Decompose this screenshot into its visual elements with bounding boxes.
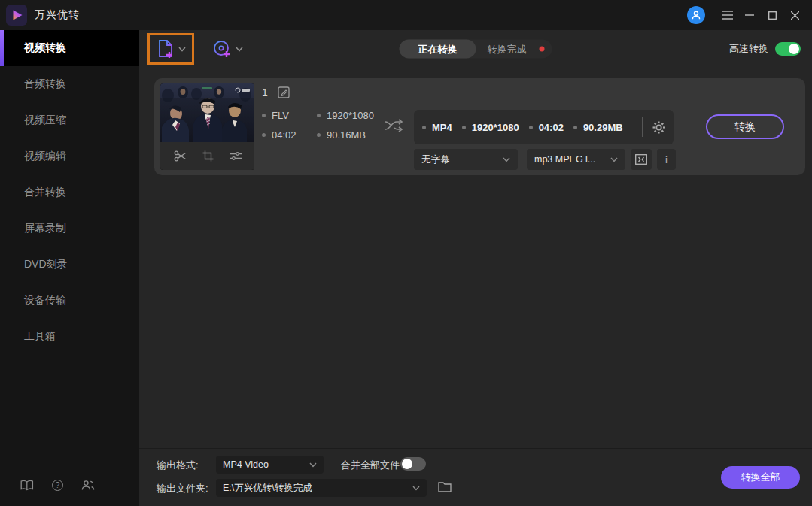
chevron-down-icon	[178, 47, 186, 52]
effects-slider-icon[interactable]	[230, 151, 242, 161]
sidebar-item-merge-convert[interactable]: 合并转换	[0, 174, 139, 211]
output-settings-gear-icon[interactable]	[652, 121, 665, 134]
status-tabs: 正在转换 转换完成	[400, 40, 552, 59]
sidebar-item-label: 视频编辑	[24, 150, 66, 163]
tab-label: 转换完成	[488, 42, 527, 56]
app-title: 万兴优转	[35, 8, 80, 22]
output-folder-label: 输出文件夹:	[157, 482, 208, 495]
sidebar-item-label: 音频转换	[24, 77, 66, 91]
video-frame	[160, 83, 254, 142]
finished-badge-dot	[540, 47, 545, 52]
output-format-label: 输出格式:	[157, 459, 199, 472]
video-thumbnail[interactable]	[160, 83, 254, 170]
question-glyph: ?	[56, 481, 60, 489]
minimize-icon[interactable]	[738, 0, 761, 30]
output-resolution: 1920*1080	[462, 122, 519, 133]
sidebar-item-label: 合并转换	[24, 186, 66, 199]
sidebar-item-video-convert[interactable]: 视频转换	[0, 30, 139, 66]
footer-bar: 输出格式: MP4 Video 合并全部文件 输出文件夹: E:\万兴优转\转换…	[139, 448, 812, 505]
sidebar-item-dvd-burn[interactable]: DVD刻录	[0, 247, 139, 283]
add-file-button[interactable]	[147, 33, 194, 65]
output-folder-select[interactable]: E:\万兴优转\转换完成	[216, 479, 427, 497]
chevron-down-icon	[309, 462, 317, 468]
audio-select-value: mp3 MPEG l...	[534, 154, 610, 165]
sidebar-item-label: 视频转换	[24, 41, 66, 55]
sidebar: 视频转换 音频转换 视频压缩 视频编辑 合并转换 屏幕录制 DVD刻录 设备传输…	[0, 30, 139, 506]
sidebar-item-label: DVD刻录	[24, 258, 68, 271]
compress-button[interactable]	[631, 149, 652, 170]
subtitle-select-value: 无字幕	[421, 153, 503, 166]
help-icon[interactable]: ?	[52, 480, 63, 491]
compress-icon	[635, 154, 647, 165]
close-icon[interactable]	[783, 0, 806, 30]
add-disc-button[interactable]	[206, 33, 248, 65]
source-info: FLV 1920*1080 04:02 90.16MB	[262, 110, 374, 141]
sidebar-item-audio-convert[interactable]: 音频转换	[0, 66, 139, 102]
output-info-box: MP4 1920*1080 04:02 90.29MB	[414, 110, 674, 144]
app-window: 万兴优转 视频转换 音频转换	[0, 0, 812, 506]
sidebar-item-toolbox[interactable]: 工具箱	[0, 319, 139, 355]
trim-icon[interactable]	[174, 150, 187, 162]
source-duration: 04:02	[262, 129, 317, 141]
sidebar-item-device-transfer[interactable]: 设备传输	[0, 283, 139, 319]
source-format: FLV	[262, 110, 317, 121]
crop-icon[interactable]	[202, 150, 214, 162]
maximize-icon[interactable]	[761, 0, 783, 30]
sidebar-item-video-compress[interactable]: 视频压缩	[0, 102, 139, 138]
titlebar: 万兴优转	[0, 0, 812, 30]
toolbar: 正在转换 转换完成 高速转换	[139, 30, 812, 68]
output-duration: 04:02	[529, 122, 564, 133]
task-card: 1 FLV 1920*1080 04:02 90.16MB	[154, 78, 805, 175]
output-folder-value: E:\万兴优转\转换完成	[223, 482, 412, 495]
convert-all-button[interactable]: 转换全部	[721, 466, 800, 489]
contact-people-icon[interactable]	[81, 479, 95, 491]
tab-finished[interactable]: 转换完成	[476, 40, 538, 59]
divider	[642, 117, 643, 137]
thumbnail-toolbar	[160, 142, 254, 170]
user-avatar[interactable]	[687, 6, 705, 24]
tab-label: 正在转换	[418, 42, 458, 56]
output-size: 90.29MB	[573, 122, 623, 133]
sidebar-item-video-edit[interactable]: 视频编辑	[0, 138, 139, 174]
open-folder-icon[interactable]	[438, 481, 452, 492]
source-resolution: 1920*1080	[317, 110, 374, 121]
info-button[interactable]: i	[657, 149, 676, 170]
sidebar-item-label: 工具箱	[24, 330, 56, 344]
merge-all-label: 合并全部文件	[341, 459, 400, 472]
sidebar-item-screen-record[interactable]: 屏幕录制	[0, 211, 139, 247]
source-size: 90.16MB	[317, 129, 374, 141]
main-area: 正在转换 转换完成 高速转换	[139, 30, 812, 506]
chevron-down-icon	[610, 157, 618, 162]
output-format: MP4	[422, 122, 452, 133]
tab-converting[interactable]: 正在转换	[400, 40, 476, 59]
add-disc-icon	[212, 39, 232, 59]
file-index: 1	[262, 86, 268, 98]
guide-book-icon[interactable]	[20, 479, 34, 491]
app-logo-icon	[6, 5, 27, 26]
fast-convert-toggle[interactable]	[775, 42, 801, 56]
chevron-down-icon	[412, 486, 420, 491]
output-format-value: MP4 Video	[223, 459, 309, 470]
info-glyph: i	[665, 154, 668, 165]
subtitle-select[interactable]: 无字幕	[414, 149, 518, 170]
output-format-select[interactable]: MP4 Video	[216, 456, 324, 474]
add-file-icon	[157, 39, 175, 59]
chevron-down-icon	[236, 47, 243, 52]
menu-icon[interactable]	[716, 0, 738, 30]
convert-arrow-icon	[385, 117, 404, 134]
fast-convert-label: 高速转换	[729, 42, 768, 56]
chevron-down-icon	[503, 157, 510, 162]
task-list: 1 FLV 1920*1080 04:02 90.16MB	[139, 68, 812, 448]
convert-button[interactable]: 转换	[706, 114, 784, 139]
sidebar-item-label: 屏幕录制	[24, 222, 66, 235]
merge-all-toggle[interactable]	[400, 457, 426, 471]
sidebar-item-label: 设备传输	[24, 294, 66, 308]
rename-edit-icon[interactable]	[278, 86, 290, 98]
audio-track-select[interactable]: mp3 MPEG l...	[527, 149, 625, 170]
sidebar-item-label: 视频压缩	[24, 114, 66, 127]
